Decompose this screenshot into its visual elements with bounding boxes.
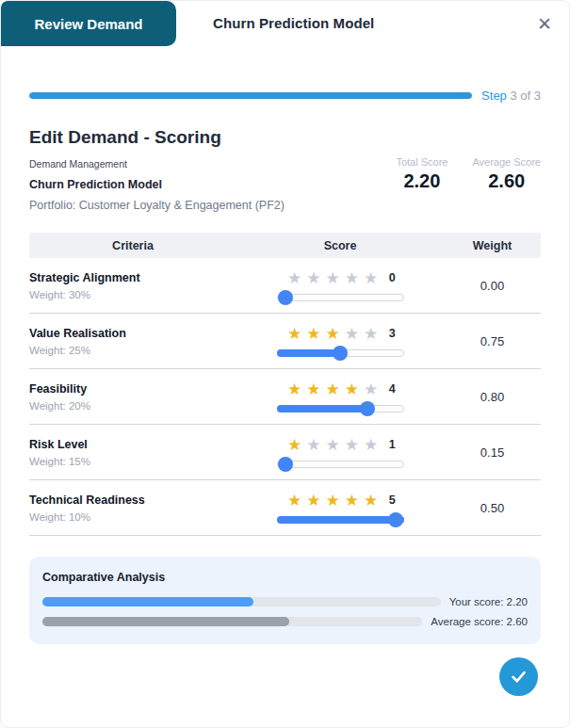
star-empty-icon[interactable]: ★ — [325, 270, 339, 286]
star-empty-icon[interactable]: ★ — [345, 437, 359, 453]
comparison-bar-fill — [42, 617, 289, 626]
score-value: 4 — [389, 382, 396, 396]
criteria-row: Technical Readiness Weight: 10% ★★★★★ 5 … — [29, 480, 541, 536]
star-empty-icon[interactable]: ★ — [364, 326, 378, 342]
criteria-row: Risk Level Weight: 15% ★★★★★ 1 0.15 — [29, 425, 541, 480]
page-title: Edit Demand - Scoring — [29, 127, 396, 148]
score-cell: ★★★★★ 3 — [236, 326, 444, 357]
star-filled-icon[interactable]: ★ — [287, 381, 301, 397]
criteria-table: Criteria Score Weight Strategic Alignmen… — [29, 233, 541, 536]
score-slider[interactable] — [277, 405, 404, 413]
slider-fill — [277, 405, 373, 413]
criteria-weight-label: Weight: 30% — [29, 289, 236, 300]
score-cell: ★★★★★ 1 — [236, 437, 444, 468]
confirm-button[interactable] — [499, 657, 538, 696]
star-filled-icon[interactable]: ★ — [345, 493, 359, 509]
star-rating: ★★★★★ — [285, 326, 380, 342]
star-empty-icon[interactable]: ★ — [306, 270, 320, 286]
star-filled-icon[interactable]: ★ — [287, 326, 301, 342]
titlebar: Review Demand Churn Prediction Model ✕ — [1, 1, 569, 46]
score-slider[interactable] — [277, 294, 404, 301]
score-slider[interactable] — [277, 349, 404, 357]
check-icon — [510, 668, 528, 686]
star-filled-icon[interactable]: ★ — [287, 493, 301, 509]
slider-fill — [277, 349, 342, 357]
star-filled-icon[interactable]: ★ — [325, 381, 339, 397]
total-score-box: Total Score 2.20 — [396, 156, 448, 192]
step-count: 3 of 3 — [510, 89, 541, 103]
criteria-weight-label: Weight: 25% — [29, 345, 236, 356]
star-empty-icon[interactable]: ★ — [325, 437, 339, 453]
close-icon[interactable]: ✕ — [534, 14, 555, 35]
star-filled-icon[interactable]: ★ — [364, 493, 378, 509]
score-cell: ★★★★★ 0 — [236, 270, 444, 301]
criteria-rows: Strategic Alignment Weight: 30% ★★★★★ 0 … — [29, 258, 541, 536]
criteria-name: Value Realisation — [29, 327, 236, 340]
criteria-name: Strategic Alignment — [29, 271, 236, 284]
slider-handle[interactable] — [278, 457, 293, 472]
star-rating: ★★★★★ — [285, 381, 380, 397]
star-empty-icon[interactable]: ★ — [306, 437, 320, 453]
comparison-bars: Your score: 2.20 Average score: 2.60 — [42, 596, 528, 627]
review-demand-modal: Review Demand Churn Prediction Model ✕ S… — [0, 0, 570, 728]
criteria-row: Value Realisation Weight: 25% ★★★★★ 3 0.… — [29, 314, 541, 369]
average-score-label: Average Score — [472, 156, 541, 168]
criteria-cell: Feasibility Weight: 20% — [29, 382, 236, 412]
weighted-score-value: 0.00 — [444, 279, 541, 293]
star-filled-icon[interactable]: ★ — [345, 381, 359, 397]
criteria-cell: Strategic Alignment Weight: 30% — [29, 271, 236, 300]
star-empty-icon[interactable]: ★ — [345, 326, 359, 342]
star-filled-icon[interactable]: ★ — [306, 381, 320, 397]
step-word: Step — [481, 89, 507, 103]
score-value: 1 — [389, 438, 396, 451]
star-empty-icon[interactable]: ★ — [364, 437, 378, 453]
average-score-box: Average Score 2.60 — [472, 156, 541, 192]
star-rating: ★★★★★ — [285, 270, 380, 286]
score-slider[interactable] — [277, 461, 404, 468]
star-filled-icon[interactable]: ★ — [287, 437, 301, 453]
comparative-analysis-title: Comparative Analysis — [42, 571, 528, 584]
criteria-row: Feasibility Weight: 20% ★★★★★ 4 0.80 — [29, 369, 541, 425]
weighted-score-value: 0.80 — [444, 390, 541, 404]
comparison-bar-label: Average score: 2.60 — [431, 616, 528, 627]
star-filled-icon[interactable]: ★ — [306, 493, 320, 509]
comparison-bar-track — [42, 597, 441, 607]
star-filled-icon[interactable]: ★ — [325, 326, 339, 342]
progress-bar-fill — [29, 92, 472, 99]
weighted-score-value: 0.15 — [444, 445, 541, 460]
progress-section: Step 3 of 3 — [29, 89, 541, 103]
star-empty-icon[interactable]: ★ — [364, 381, 378, 397]
review-demand-tab[interactable]: Review Demand — [1, 1, 176, 46]
criteria-weight-label: Weight: 10% — [29, 511, 236, 523]
modal-title: Churn Prediction Model — [213, 1, 374, 46]
score-summary: Total Score 2.20 Average Score 2.60 — [396, 156, 541, 212]
slider-handle[interactable] — [333, 346, 348, 361]
star-empty-icon[interactable]: ★ — [345, 270, 359, 286]
column-header-score: Score — [236, 239, 444, 252]
comparative-analysis-card: Comparative Analysis Your score: 2.20 Av… — [29, 557, 541, 644]
criteria-cell: Value Realisation Weight: 25% — [29, 327, 236, 356]
criteria-weight-label: Weight: 15% — [29, 456, 236, 467]
criteria-name: Risk Level — [29, 438, 236, 451]
score-cell: ★★★★★ 4 — [236, 381, 444, 413]
comparison-bar-fill — [42, 597, 253, 607]
weighted-score-value: 0.75 — [444, 334, 541, 348]
slider-handle[interactable] — [388, 512, 403, 527]
slider-handle[interactable] — [360, 401, 375, 416]
score-value: 3 — [389, 327, 396, 340]
table-header: Criteria Score Weight — [29, 233, 541, 258]
star-rating: ★★★★★ — [285, 493, 380, 509]
star-filled-icon[interactable]: ★ — [325, 493, 339, 509]
progress-bar — [29, 92, 472, 99]
star-rating: ★★★★★ — [285, 437, 380, 453]
star-filled-icon[interactable]: ★ — [306, 326, 320, 342]
star-empty-icon[interactable]: ★ — [287, 270, 301, 286]
step-indicator: Step 3 of 3 — [481, 89, 541, 103]
total-score-label: Total Score — [396, 156, 448, 168]
criteria-cell: Risk Level Weight: 15% — [29, 438, 236, 467]
comparison-bar-label: Your score: 2.20 — [449, 596, 528, 607]
score-value: 0 — [389, 271, 396, 284]
star-empty-icon[interactable]: ★ — [364, 270, 378, 286]
slider-handle[interactable] — [278, 290, 293, 305]
score-slider[interactable] — [277, 516, 404, 524]
